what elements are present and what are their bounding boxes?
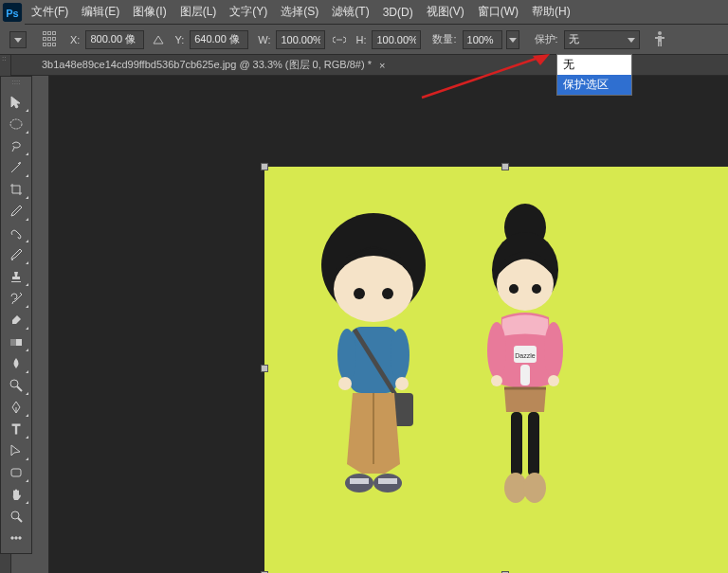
- tool-shape[interactable]: [3, 462, 29, 483]
- tool-text[interactable]: T: [3, 419, 29, 439]
- triangle-icon: [150, 31, 167, 48]
- svg-point-14: [11, 511, 19, 519]
- quantity-label: 数量:: [432, 32, 456, 46]
- tool-eyedropper[interactable]: [3, 201, 29, 222]
- menu-filter[interactable]: 滤镜(T): [325, 1, 375, 23]
- tool-healing[interactable]: [3, 223, 29, 243]
- ps-logo: Ps: [0, 0, 25, 25]
- svg-point-19: [334, 256, 413, 322]
- svg-point-40: [491, 375, 502, 386]
- transform-handle-tm[interactable]: [501, 163, 509, 170]
- svg-rect-4: [655, 37, 658, 39]
- protect-select[interactable]: 无: [564, 30, 640, 49]
- svg-point-46: [523, 473, 546, 503]
- svg-text:T: T: [12, 421, 21, 437]
- tool-lasso[interactable]: [3, 135, 29, 156]
- w-label: W:: [258, 34, 270, 45]
- options-bar: X: Y: W: H: 数量: 保护: 无: [0, 25, 728, 55]
- svg-point-20: [354, 288, 365, 299]
- tool-stamp[interactable]: [3, 266, 29, 287]
- x-label: X:: [70, 34, 80, 45]
- protect-option-none[interactable]: 无: [557, 55, 631, 75]
- protect-label: 保护:: [535, 32, 558, 46]
- quantity-input[interactable]: [463, 30, 502, 49]
- tool-eraser[interactable]: [3, 310, 29, 331]
- svg-rect-42: [520, 365, 530, 385]
- canvas-area: Dazzle: [32, 76, 728, 573]
- svg-point-16: [15, 537, 17, 539]
- link-wh-icon[interactable]: [331, 31, 348, 48]
- svg-rect-6: [658, 42, 660, 46]
- svg-point-11: [10, 380, 18, 387]
- menu-file[interactable]: 文件(F): [25, 1, 75, 23]
- transform-handle-tl[interactable]: [261, 163, 268, 170]
- tool-hand[interactable]: [3, 484, 29, 505]
- menu-select[interactable]: 选择(S): [274, 1, 325, 23]
- illustration-girl: Dazzle: [468, 199, 582, 568]
- w-input[interactable]: [276, 30, 325, 49]
- h-input[interactable]: [372, 30, 421, 49]
- svg-point-38: [487, 322, 506, 379]
- menu-3d[interactable]: 3D(D): [376, 3, 420, 22]
- menu-layer[interactable]: 图层(L): [173, 1, 224, 23]
- tool-dodge[interactable]: [3, 375, 29, 396]
- svg-point-21: [382, 288, 393, 299]
- tool-preset-picker[interactable]: [9, 31, 27, 48]
- protect-option-protect[interactable]: 保护选区: [557, 75, 631, 95]
- menu-edit[interactable]: 编辑(E): [75, 1, 126, 23]
- tool-magic-wand[interactable]: [3, 157, 29, 178]
- svg-rect-31: [378, 478, 397, 484]
- svg-point-41: [548, 375, 559, 386]
- tool-gradient[interactable]: [3, 331, 29, 352]
- ruler-vertical: [32, 76, 49, 573]
- svg-rect-7: [660, 42, 662, 46]
- tool-history-brush[interactable]: [3, 288, 29, 309]
- svg-point-25: [338, 377, 352, 390]
- menu-view[interactable]: 视图(V): [420, 1, 471, 23]
- svg-point-24: [391, 329, 410, 382]
- svg-point-2: [658, 31, 662, 35]
- illustration-boy: [307, 199, 440, 568]
- protect-dropdown-menu: 无 保护选区: [556, 54, 632, 96]
- tool-brush[interactable]: [3, 244, 29, 265]
- figure-icon[interactable]: [653, 30, 666, 49]
- menu-bar: Ps 文件(F) 编辑(E) 图像(I) 图层(L) 文字(Y) 选择(S) 滤…: [0, 0, 728, 25]
- svg-point-26: [395, 377, 409, 390]
- tool-move[interactable]: [3, 92, 29, 113]
- tool-zoom[interactable]: [3, 506, 29, 527]
- transform-handle-ml[interactable]: [261, 365, 268, 372]
- y-input[interactable]: [190, 30, 248, 49]
- quantity-dropdown[interactable]: [506, 30, 519, 49]
- tool-crop[interactable]: [3, 179, 29, 200]
- menu-type[interactable]: 文字(Y): [223, 1, 274, 23]
- tools-drag-handle[interactable]: ::::: [1, 81, 31, 90]
- svg-point-8: [10, 119, 22, 129]
- svg-rect-10: [10, 339, 16, 346]
- svg-rect-5: [662, 37, 664, 39]
- tool-blur[interactable]: [3, 353, 29, 374]
- svg-rect-30: [350, 478, 369, 484]
- document-tab-title[interactable]: 3b1a48e89ce14cd99ffbd536b7cb625e.jpg @ 3…: [42, 58, 372, 72]
- svg-point-23: [337, 329, 356, 382]
- svg-rect-43: [511, 412, 522, 476]
- svg-rect-13: [11, 469, 21, 476]
- tool-pen[interactable]: [3, 397, 29, 418]
- menu-help[interactable]: 帮助(H): [525, 1, 577, 23]
- alignment-grid-icon[interactable]: [42, 31, 59, 48]
- svg-point-35: [509, 284, 519, 294]
- x-input[interactable]: [85, 30, 144, 49]
- svg-point-39: [544, 322, 563, 379]
- tool-marquee[interactable]: [3, 114, 29, 134]
- svg-rect-44: [528, 412, 539, 476]
- menu-window[interactable]: 窗口(W): [471, 1, 525, 23]
- y-label: Y:: [174, 34, 184, 45]
- h-label: H:: [355, 34, 366, 45]
- svg-point-17: [19, 537, 21, 539]
- svg-text:Dazzle: Dazzle: [515, 352, 536, 359]
- close-tab-icon[interactable]: ×: [379, 60, 385, 71]
- menu-image[interactable]: 图像(I): [126, 1, 173, 23]
- tool-path-select[interactable]: [3, 440, 29, 461]
- tool-more[interactable]: [3, 528, 29, 548]
- svg-rect-3: [658, 36, 662, 42]
- tools-panel: :::: T: [0, 76, 32, 554]
